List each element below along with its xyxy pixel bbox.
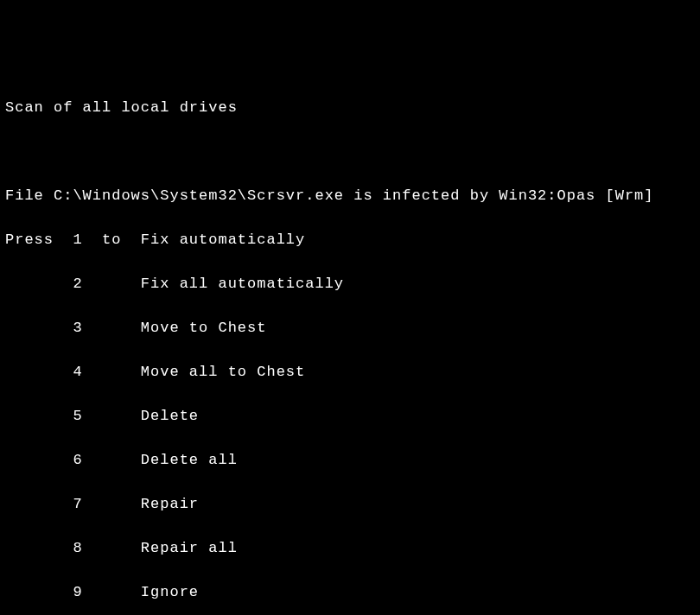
scan-header: Scan of all local drives [5,97,695,119]
blank-line [5,141,695,163]
menu-option-1[interactable]: Press 1 to Fix automatically [5,229,695,251]
menu-option-8[interactable]: 8 Repair all [5,537,695,560]
menu-option-6[interactable]: 6 Delete all [5,449,695,472]
menu-option-2[interactable]: 2 Fix all automatically [5,273,695,295]
infection-message: File C:\Windows\System32\Scrsvr.exe is i… [5,185,695,207]
menu-option-3[interactable]: 3 Move to Chest [5,317,695,339]
menu-option-7[interactable]: 7 Repair [5,493,695,516]
menu-option-9[interactable]: 9 Ignore [5,581,695,604]
menu-option-4[interactable]: 4 Move all to Chest [5,361,695,384]
menu-option-5[interactable]: 5 Delete [5,405,695,428]
